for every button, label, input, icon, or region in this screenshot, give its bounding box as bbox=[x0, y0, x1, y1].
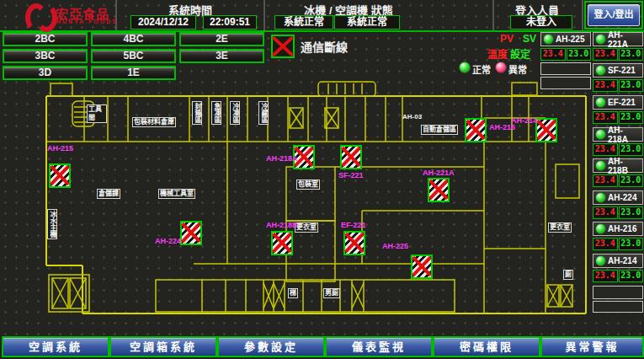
login-button-frame: 登入/登出 bbox=[584, 1, 643, 29]
unit-values-ah224: 23.4 23.0 bbox=[593, 206, 643, 219]
unit-led-icon bbox=[595, 160, 606, 171]
sv-label: SV bbox=[523, 33, 536, 45]
sv-value: 23.0 bbox=[619, 143, 644, 156]
unit-led-icon bbox=[595, 65, 606, 76]
floor-button-2e[interactable]: 2E bbox=[179, 32, 264, 46]
floor-button-3d[interactable]: 3D bbox=[3, 66, 88, 80]
room-label-freezer: 冷凍區 bbox=[230, 101, 240, 125]
header-divider bbox=[492, 0, 494, 30]
marker-label-ef221: EF-221 bbox=[341, 221, 366, 229]
room-label-locker-room-east: 更衣室 bbox=[548, 222, 572, 233]
marker-label-ah218b: AH-218B bbox=[266, 221, 298, 229]
ahu-offline-icon-ah218b[interactable] bbox=[271, 231, 293, 255]
ahu-offline-icon-sf221[interactable] bbox=[340, 145, 362, 169]
unit-row-ah216[interactable]: AH-216 bbox=[593, 222, 643, 236]
pv-value: 23.4 bbox=[593, 174, 618, 187]
unit-led-icon bbox=[595, 223, 606, 234]
ahu-offline-icon-ah221a[interactable] bbox=[428, 178, 450, 202]
pv-value: 23.4 bbox=[593, 143, 618, 156]
marker-label-ah214: AH-214 bbox=[511, 116, 537, 125]
floor-button-2bc[interactable]: 2BC bbox=[3, 32, 88, 46]
unit-row-ah218a[interactable]: AH-218A bbox=[593, 127, 643, 142]
room-label-ah03: AH-03 bbox=[402, 113, 423, 121]
temp-set-sv-label: 設定 bbox=[510, 46, 530, 61]
sv-value: 23.0 bbox=[619, 206, 644, 219]
pv-value: 23.4 bbox=[593, 206, 618, 219]
sv-value: 23.0 bbox=[619, 174, 644, 187]
room-label-packing-room: 包裝室 bbox=[296, 180, 320, 190]
floor-button-4bc[interactable]: 4BC bbox=[91, 32, 176, 46]
sv-value: 23.0 bbox=[567, 48, 592, 61]
nav-button-meter-monitor[interactable]: 儀表監視 bbox=[325, 336, 433, 357]
unit-values-ef221: 23.4 23.0 bbox=[593, 111, 643, 124]
unit-name-label: AH-224 bbox=[608, 193, 636, 202]
temp-set-pv-label: 溫度 bbox=[487, 46, 508, 61]
marker-label-ah221a: AH-221A bbox=[423, 169, 455, 177]
ahu-offline-icon-ah216[interactable] bbox=[465, 118, 487, 142]
pv-value: 23.4 bbox=[593, 48, 618, 61]
comm-loss-label: 通信斷線 bbox=[301, 38, 348, 55]
normal-led-icon bbox=[459, 62, 471, 73]
floor-button-5bc[interactable]: 5BC bbox=[91, 49, 176, 63]
unit-led-icon bbox=[543, 34, 554, 45]
room-label-quick-freeze: 急凍區 bbox=[211, 101, 221, 125]
unit-values-ah218b: 23.4 23.0 bbox=[593, 174, 643, 187]
room-label-warehouse-section: 倉儲課 bbox=[97, 189, 120, 199]
normal-label: 正常 bbox=[472, 62, 491, 76]
unit-row-ah224[interactable]: AH-224 bbox=[593, 190, 643, 205]
unit-led-icon bbox=[595, 97, 606, 108]
sv-value: 23.0 bbox=[619, 79, 644, 92]
pv-value: 23.4 bbox=[593, 238, 618, 250]
ahu-status-value: 系統正常 bbox=[334, 15, 400, 29]
sv-value: 23.0 bbox=[619, 270, 644, 282]
room-label-auto-warehouse: 自動倉儲區 bbox=[421, 125, 458, 135]
unit-row-ef221[interactable]: EF-221 bbox=[593, 95, 643, 110]
abnormal-label: 異常 bbox=[508, 62, 527, 76]
ahu-offline-icon-ah225[interactable] bbox=[411, 255, 433, 279]
unit-row-ah218b[interactable]: AH-218B bbox=[593, 158, 643, 173]
marker-label-ah218a: AH-218A bbox=[266, 154, 298, 163]
marker-label-ah225: AH-225 bbox=[382, 242, 408, 250]
ahu-offline-icon-ef221[interactable] bbox=[343, 231, 365, 255]
ahu-offline-icon-ah214[interactable] bbox=[535, 118, 557, 142]
pv-value: 23.4 bbox=[593, 270, 618, 282]
nav-button-ac-system[interactable]: 空調系統 bbox=[2, 336, 109, 357]
room-label-mens-toilet: 男廁 bbox=[323, 288, 340, 298]
unit-row-ah214[interactable]: AH-214 bbox=[593, 254, 643, 268]
room-label-locker-room: 更衣室 bbox=[295, 222, 318, 233]
empty-slot bbox=[593, 286, 643, 299]
nav-button-ahu-system[interactable]: 空調箱系統 bbox=[109, 336, 217, 357]
nav-button-password-auth[interactable]: 密碼權限 bbox=[433, 336, 540, 357]
ahu-offline-icon-ah215[interactable] bbox=[49, 163, 71, 188]
unit-row-ah221a[interactable]: AH-221A bbox=[593, 32, 643, 46]
floor-button-3bc[interactable]: 3BC bbox=[3, 49, 88, 63]
nav-button-alarm[interactable]: 異常警報 bbox=[540, 336, 644, 357]
unit-name-label: AH-218B bbox=[608, 157, 642, 175]
unit-values-ah225: 23.4 23.0 bbox=[540, 48, 591, 61]
unit-name-label: AH-218A bbox=[608, 126, 642, 144]
unit-name-label: EF-221 bbox=[608, 98, 636, 107]
sv-value: 23.0 bbox=[619, 238, 644, 250]
floor-button-3e[interactable]: 3E bbox=[179, 49, 264, 63]
unit-name-label: AH-214 bbox=[608, 256, 636, 265]
sv-value: 23.0 bbox=[619, 48, 644, 61]
system-clock-value: 22:09:51 bbox=[203, 15, 257, 29]
unit-name-label: AH-225 bbox=[556, 35, 584, 44]
unit-name-label: AH-216 bbox=[608, 224, 636, 233]
room-label-chiller-plant: 冰水主機 bbox=[47, 209, 57, 239]
login-logout-button[interactable]: 登入/登出 bbox=[588, 4, 640, 26]
marker-label-ah224: AH-224 bbox=[155, 237, 181, 245]
pv-value: 23.4 bbox=[540, 48, 566, 61]
floor-button-1e[interactable]: 1E bbox=[91, 66, 176, 80]
marker-label-sf221: SF-221 bbox=[338, 171, 364, 180]
marker-label-ah215: AH-215 bbox=[47, 144, 73, 153]
unit-row-ah225[interactable]: AH-225 bbox=[540, 32, 591, 46]
abnormal-led-icon bbox=[495, 62, 507, 73]
room-label-sealing-area: 封箱區 bbox=[192, 101, 202, 125]
ahu-offline-icon-ah224[interactable] bbox=[180, 221, 202, 245]
unit-row-sf221[interactable]: SF-221 bbox=[593, 63, 643, 78]
unit-values-ah214: 23.4 23.0 bbox=[593, 270, 643, 282]
room-label-machine-tool-room: 機械工具室 bbox=[158, 189, 195, 199]
empty-slot bbox=[540, 62, 591, 75]
nav-button-parameter-setting[interactable]: 參數設定 bbox=[217, 336, 325, 357]
